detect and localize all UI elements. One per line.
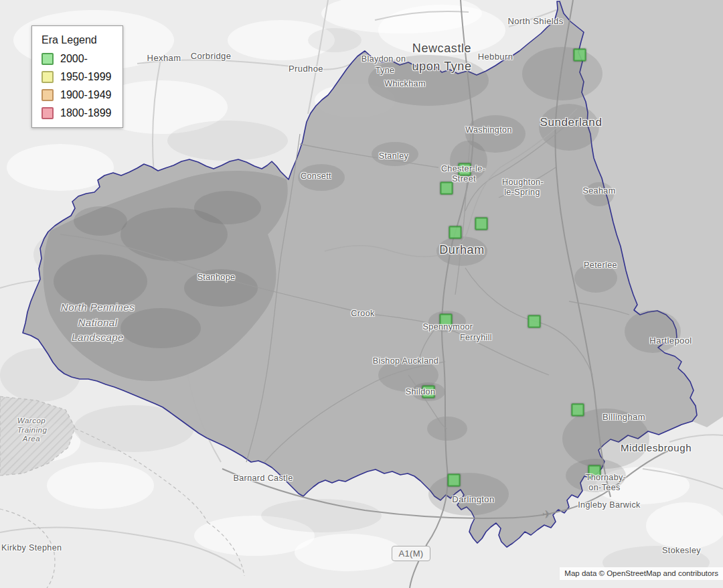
legend-item: 1900-1949 (42, 88, 112, 101)
legend-item-label: 1900-1949 (60, 89, 112, 101)
era-marker[interactable] (574, 49, 586, 62)
era-legend: Era Legend 2000-1950-19991900-19491800-1… (31, 25, 123, 128)
legend-swatch-icon (42, 53, 54, 65)
legend-item-label: 1950-1999 (60, 71, 112, 83)
map-canvas[interactable]: Newcastleupon TyneSunderlandDurhamMiddle… (0, 0, 723, 588)
legend-item-label: 1800-1899 (60, 107, 112, 119)
era-marker[interactable] (422, 386, 435, 398)
era-marker[interactable] (440, 314, 453, 327)
legend-item: 2000- (42, 52, 112, 65)
era-marker[interactable] (449, 226, 462, 239)
era-marker[interactable] (448, 474, 461, 487)
legend-items: 2000-1950-19991900-19491800-1899 (42, 52, 112, 119)
legend-swatch-icon (42, 89, 54, 101)
era-marker[interactable] (588, 465, 601, 478)
era-marker[interactable] (528, 315, 541, 328)
era-marker[interactable] (572, 404, 584, 417)
legend-swatch-icon (42, 71, 54, 83)
era-marker[interactable] (475, 218, 488, 230)
legend-item: 1800-1899 (42, 106, 112, 119)
map-attribution: Map data © OpenStreetMap and contributor… (560, 567, 723, 580)
airport-icon: ✈ (542, 508, 552, 522)
legend-title: Era Legend (42, 34, 112, 46)
era-marker[interactable] (459, 163, 471, 176)
road-badge-a1m: A1(M) (392, 546, 430, 561)
legend-item-label: 2000- (60, 53, 88, 65)
legend-swatch-icon (42, 107, 54, 119)
era-marker[interactable] (440, 182, 453, 195)
legend-item: 1950-1999 (42, 70, 112, 83)
